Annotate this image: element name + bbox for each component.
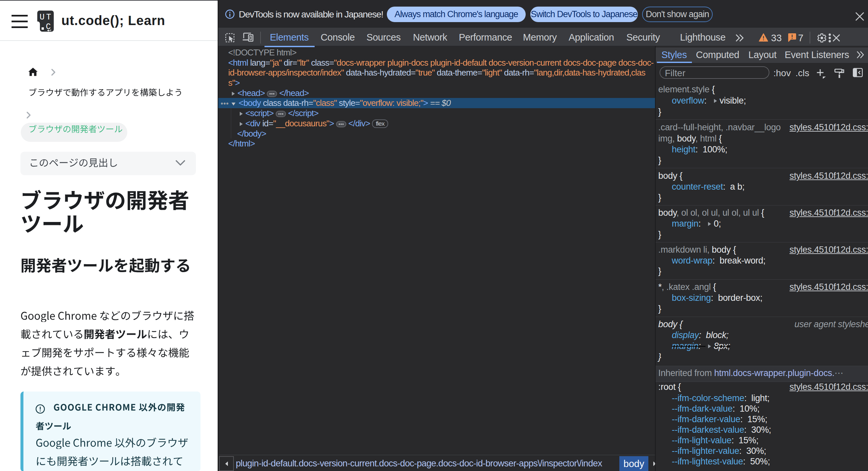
svg-text:T: T — [46, 12, 51, 22]
svg-text:U: U — [39, 12, 44, 22]
